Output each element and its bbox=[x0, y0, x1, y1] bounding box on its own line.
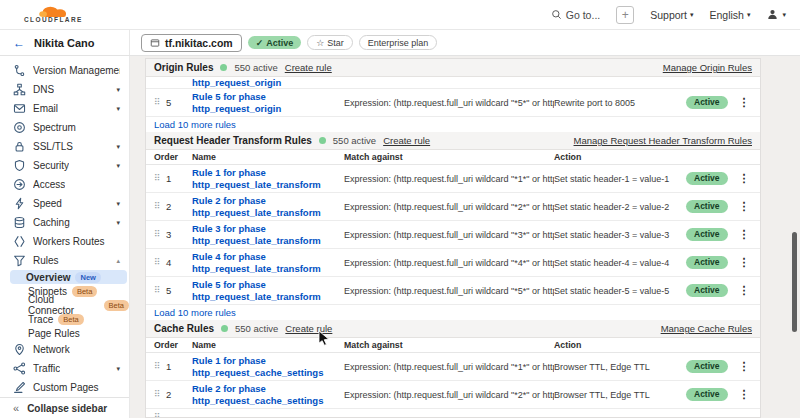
chevron-down-icon: ▾ bbox=[116, 200, 120, 208]
kebab-menu-icon[interactable]: ⋮ bbox=[736, 256, 752, 269]
workers-routes-icon bbox=[13, 235, 26, 248]
sidebar-item-traffic[interactable]: Traffic▾ bbox=[0, 359, 129, 378]
create-rule-link[interactable]: Create rule bbox=[383, 135, 430, 146]
custom-pages-icon bbox=[13, 381, 26, 394]
match-cell: Expression: (http.request.full_uri wildc… bbox=[344, 362, 554, 372]
manage-rules-link[interactable]: Manage Request Header Transform Rules bbox=[574, 135, 752, 146]
back-arrow-icon[interactable]: ← bbox=[13, 36, 25, 50]
manage-rules-link[interactable]: Manage Origin Rules bbox=[663, 62, 752, 73]
email-icon bbox=[13, 102, 26, 115]
table-column-headers: OrderNameMatch againstAction bbox=[146, 338, 760, 353]
action-cell: Browser TTL, Edge TTL bbox=[554, 390, 686, 400]
rule-name-link[interactable]: Rule 5 for phasehttp_request_origin bbox=[192, 91, 344, 114]
sidebar-item-rules[interactable]: Rules▴ bbox=[0, 251, 129, 270]
rule-name-link[interactable]: Rule 2 for phasehttp_request_cache_setti… bbox=[192, 383, 344, 406]
drag-handle-icon[interactable]: ⠿ bbox=[154, 362, 166, 371]
add-site-button[interactable]: + bbox=[616, 6, 634, 24]
kebab-menu-icon[interactable]: ⋮ bbox=[736, 388, 752, 401]
rule-name-link[interactable]: Rule 3 for phasehttp_request_late_transf… bbox=[192, 223, 344, 246]
kebab-menu-icon[interactable]: ⋮ bbox=[736, 200, 752, 213]
domain-selector[interactable]: tf.nikitac.com bbox=[141, 34, 242, 52]
drag-handle-icon[interactable]: ⠿ bbox=[154, 98, 166, 107]
rule-name-link[interactable]: Rule 1 for phasehttp_request_cache_setti… bbox=[192, 355, 344, 378]
drag-handle-icon[interactable]: ⠿ bbox=[154, 174, 166, 183]
sidebar-item-ssl-tls[interactable]: SSL/TLS▾ bbox=[0, 137, 129, 156]
chevron-down-icon: ▾ bbox=[116, 219, 120, 227]
drag-handle-icon[interactable]: ⠿ bbox=[154, 230, 166, 239]
sidebar-item-caching[interactable]: Caching▾ bbox=[0, 213, 129, 232]
column-header: Name bbox=[192, 340, 344, 350]
sidebar-item-label: Security bbox=[33, 160, 69, 171]
column-header: Match against bbox=[344, 152, 554, 162]
kebab-menu-icon[interactable]: ⋮ bbox=[736, 96, 752, 109]
rule-name-link[interactable]: Rule 1 for phasehttp_request_late_transf… bbox=[192, 167, 344, 190]
sidebar-item-dns[interactable]: DNS▾ bbox=[0, 80, 129, 99]
load-more-row: Load 10 more rules bbox=[146, 117, 760, 132]
status-badge: Active bbox=[686, 200, 728, 213]
user-account-menu[interactable]: ▾ bbox=[766, 8, 786, 21]
rule-name-line: Rule 5 for phase bbox=[192, 91, 344, 103]
sidebar-item-spectrum[interactable]: Spectrum bbox=[0, 118, 129, 137]
sidebar-item-custom-pages[interactable]: Custom Pages bbox=[0, 378, 129, 397]
star-button[interactable]: ☆ Star bbox=[307, 35, 353, 50]
sidebar-subitem-page-rules[interactable]: Page Rules bbox=[0, 326, 129, 340]
action-cell: Set static header-3 = value-3 bbox=[554, 230, 686, 240]
search-icon bbox=[551, 9, 562, 20]
language-menu[interactable]: English ▾ bbox=[710, 9, 751, 21]
active-count: 550 active bbox=[235, 323, 278, 334]
status-badge: Active bbox=[686, 256, 728, 269]
drag-handle-icon[interactable]: ⠿ bbox=[154, 258, 166, 267]
collapse-sidebar-button[interactable]: « Collapse sidebar bbox=[0, 397, 129, 418]
cloudflare-logo[interactable]: CLOUDFLARE bbox=[24, 5, 83, 24]
top-header-bar: CLOUDFLARE Go to... + Support ▾ English … bbox=[0, 0, 800, 30]
active-count: 550 active bbox=[333, 135, 376, 146]
rule-name-link[interactable]: http_request_origin bbox=[192, 77, 344, 89]
sidebar-subitem-overview[interactable]: OverviewNew bbox=[10, 270, 127, 284]
go-to-search[interactable]: Go to... bbox=[551, 9, 600, 21]
match-cell: Expression: (http.request.full_uri wildc… bbox=[344, 202, 554, 212]
rule-name-link[interactable]: Rule 4 for phasehttp_request_late_transf… bbox=[192, 251, 344, 274]
vertical-scrollbar-thumb[interactable] bbox=[792, 232, 797, 332]
chevron-up-icon: ▴ bbox=[116, 257, 120, 265]
site-header-bar: ← Nikita Cano tf.nikitac.com ✓ Active ☆ … bbox=[0, 30, 800, 56]
load-more-link[interactable]: Load 10 more rules bbox=[154, 307, 236, 318]
sidebar-item-email[interactable]: Email▾ bbox=[0, 99, 129, 118]
create-rule-link[interactable]: Create rule bbox=[285, 323, 332, 334]
kebab-menu-icon[interactable]: ⋮ bbox=[736, 228, 752, 241]
drag-handle-icon[interactable]: ⠿ bbox=[154, 413, 166, 418]
status-badge: Active bbox=[686, 96, 728, 109]
create-rule-link[interactable]: Create rule bbox=[285, 62, 332, 73]
section-title: Cache Rules bbox=[154, 323, 214, 334]
sidebar-item-label: DNS bbox=[33, 84, 54, 95]
user-icon bbox=[766, 8, 779, 21]
domain-name: tf.nikitac.com bbox=[165, 37, 233, 49]
drag-handle-icon[interactable]: ⠿ bbox=[154, 202, 166, 211]
sidebar-item-network[interactable]: Network bbox=[0, 340, 129, 359]
kebab-menu-icon[interactable]: ⋮ bbox=[736, 360, 752, 373]
load-more-link[interactable]: Load 10 more rules bbox=[154, 119, 236, 130]
support-menu[interactable]: Support ▾ bbox=[650, 9, 693, 21]
sidebar-item-security[interactable]: Security▾ bbox=[0, 156, 129, 175]
sidebar-item-speed[interactable]: Speed▾ bbox=[0, 194, 129, 213]
drag-handle-icon[interactable]: ⠿ bbox=[154, 286, 166, 295]
action-cell: Set static header-4 = value-4 bbox=[554, 258, 686, 268]
rule-name-link[interactable]: Rule 2 for phasehttp_request_late_transf… bbox=[192, 195, 344, 218]
sidebar-item-label: SSL/TLS bbox=[33, 141, 73, 152]
section-title: Request Header Transform Rules bbox=[154, 135, 312, 146]
kebab-menu-icon[interactable]: ⋮ bbox=[736, 284, 752, 297]
action-cell: Rewrite port to 8005 bbox=[554, 98, 686, 108]
chevron-down-icon: ▾ bbox=[116, 86, 120, 94]
sidebar-item-access[interactable]: Access bbox=[0, 175, 129, 194]
chevron-down-icon: ▾ bbox=[782, 11, 786, 19]
drag-handle-icon[interactable]: ⠿ bbox=[154, 390, 166, 399]
sidebar-item-workers-routes[interactable]: Workers Routes bbox=[0, 232, 129, 251]
badge-new: New bbox=[75, 272, 100, 283]
kebab-menu-icon[interactable]: ⋮ bbox=[736, 172, 752, 185]
sidebar-item-version-management[interactable]: Version Management bbox=[0, 61, 129, 80]
sidebar-subitem-trace[interactable]: TraceBeta bbox=[0, 312, 129, 326]
match-cell: Expression: (http.request.full_uri wildc… bbox=[344, 390, 554, 400]
rule-name-link[interactable]: Rule 5 for phasehttp_request_late_transf… bbox=[192, 279, 344, 302]
chevron-down-icon: ▾ bbox=[116, 365, 120, 373]
sidebar-subitem-cloud-connector[interactable]: Cloud ConnectorBeta bbox=[0, 298, 129, 312]
manage-rules-link[interactable]: Manage Cache Rules bbox=[661, 323, 752, 334]
